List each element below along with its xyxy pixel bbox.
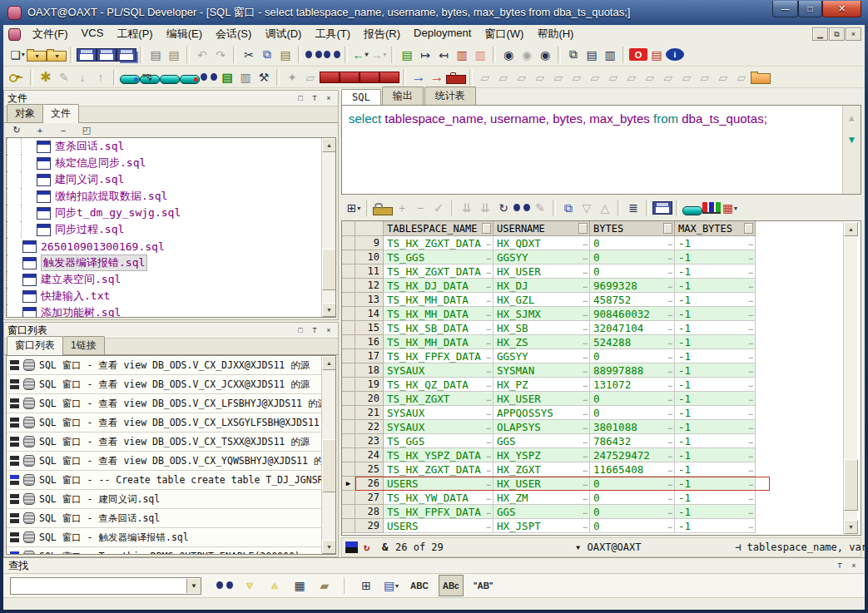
file-tree-scrollbar[interactable]: ▲ ▼ (321, 138, 335, 317)
table-cell[interactable]: 0… (590, 392, 675, 406)
table-cell[interactable]: -1… (675, 293, 756, 307)
table-cell[interactable]: 131072… (590, 378, 675, 392)
table-cell[interactable]: 11665408… (590, 462, 675, 477)
cell-ellipsis-button[interactable]: … (487, 352, 493, 360)
cell-ellipsis-button[interactable]: … (583, 394, 589, 403)
todo-list-icon[interactable]: ▤ (218, 68, 236, 87)
table-cell[interactable]: -1… (675, 250, 756, 264)
table-cell[interactable]: -1… (675, 491, 756, 505)
sql-window-tab-0[interactable]: SQL (341, 89, 381, 106)
session-monitor-icon[interactable] (200, 72, 218, 82)
table-row[interactable]: 23TS_GGS…GGS…786432…-1… (342, 434, 861, 448)
cell-ellipsis-button[interactable]: … (487, 493, 493, 502)
cell-ellipsis-button[interactable]: … (749, 281, 755, 289)
table-cell[interactable]: TS_HX_YSPZ_DATA… (384, 448, 494, 462)
cell-ellipsis-button[interactable]: … (749, 522, 755, 530)
window-list-tab-1[interactable]: 1链接 (62, 336, 105, 354)
single-record-view-icon[interactable]: ≣ (624, 199, 642, 217)
window-list-item[interactable]: SQL 窗口 - 触发器编译报错.sql (7, 528, 322, 547)
window-list-item[interactable]: SQL 窗口 - Try this DBMS_OUTPUT.ENABLE(200… (7, 547, 322, 555)
table-cell[interactable]: -1… (675, 264, 756, 279)
window-list-item[interactable]: SQL 窗口 - 查看 view DB_ODS.V_CX_LXSGYLFSBH@… (7, 413, 322, 433)
table-row[interactable]: 25TS_HX_ZGXT_DATA…HX_ZGXT…11665408…-1… (342, 462, 861, 477)
minimize-button[interactable]: — (772, 1, 798, 17)
whole-word-button[interactable]: "AB" (470, 576, 497, 596)
navigate-forward-icon[interactable]: → (428, 68, 446, 87)
table-cell[interactable]: SYSMAN… (494, 363, 590, 378)
export-icon-dropdown[interactable]: ▾ (383, 51, 386, 58)
panel-pin-icon[interactable]: Τ (834, 561, 846, 571)
cell-ellipsis-button[interactable]: … (749, 479, 755, 487)
cell-ellipsis-button[interactable]: … (487, 408, 493, 417)
table-cell[interactable]: TS_HX_ZGXT_DATA… (384, 236, 494, 250)
table-cell[interactable]: TS_HX_FPFX_DATA… (384, 505, 494, 519)
cell-ellipsis-button[interactable]: … (749, 507, 755, 516)
cell-ellipsis-button[interactable]: … (487, 437, 493, 445)
window-list-item[interactable]: SQL 窗口 - -- Create table create table T_… (7, 471, 322, 490)
chart-icon-dropdown[interactable]: ▾ (710, 204, 713, 211)
table-cell[interactable]: HX_ZS… (494, 335, 590, 349)
table-cell[interactable]: 0… (590, 406, 675, 420)
mdi-minimize-button[interactable]: ▁ (812, 27, 828, 41)
table-cell[interactable]: USERS… (384, 519, 494, 533)
cell-ellipsis-button[interactable]: … (749, 324, 755, 332)
panel-close-icon[interactable]: × (848, 561, 860, 571)
table-cell[interactable]: -1… (675, 279, 756, 293)
table-cell[interactable]: GGS… (494, 434, 590, 448)
table-row[interactable]: 16TS_HX_MH_DATA…HX_ZS…524288…-1… (342, 335, 861, 349)
table-row[interactable]: 18SYSAUX…SYSMAN…88997888…-1… (342, 363, 861, 378)
cell-ellipsis-button[interactable]: … (487, 295, 493, 304)
table-cell[interactable]: 0… (590, 250, 675, 264)
grid-scrollbar[interactable]: ▲ ▼ (843, 222, 857, 534)
window-list-item[interactable]: SQL 窗口 - 查看 view DB_ODS.V_CX_JCXX@XJDS11… (7, 375, 322, 394)
cell-ellipsis-button[interactable]: … (583, 267, 589, 275)
menu-item-3[interactable]: 编辑(E) (160, 25, 209, 43)
tree-item[interactable]: 同步过程.sql (7, 221, 335, 238)
print-setup-icon[interactable]: ▤ (165, 46, 183, 64)
column-sort-button[interactable] (578, 223, 588, 234)
query-in-new-window-icon[interactable] (682, 206, 702, 215)
menu-item-0[interactable]: 文件(F) (26, 25, 75, 43)
cell-ellipsis-button[interactable]: … (749, 338, 755, 346)
macro-library-icon[interactable]: ◉ (536, 46, 554, 64)
export-grid-icon[interactable]: ▦▾ (721, 199, 739, 217)
cell-ellipsis-button[interactable]: … (487, 522, 493, 530)
cell-ellipsis-button[interactable]: … (668, 394, 674, 403)
panel-close-icon[interactable]: × (323, 325, 335, 336)
search-scope-icon-dropdown[interactable]: ▾ (395, 582, 399, 590)
indent-icon[interactable]: ↦ (416, 46, 434, 64)
table-cell[interactable]: TS_HX_MH_DATA… (384, 307, 494, 321)
panel-pin-icon[interactable]: Τ (309, 93, 320, 104)
table-cell[interactable]: APPQOSSYS… (494, 406, 590, 420)
table-cell[interactable]: -1… (675, 321, 756, 335)
tree-item[interactable]: 建同义词.sql (7, 171, 335, 188)
table-row[interactable]: 19TS_HX_QZ_DATA…HX_PZ…131072…-1… (342, 378, 861, 392)
window-list-scrollbar[interactable]: ▲ ▼ (321, 356, 335, 554)
cell-ellipsis-button[interactable]: … (487, 267, 493, 275)
cell-ellipsis-button[interactable]: … (668, 465, 674, 473)
table-cell[interactable]: TS_HX_SB_DATA… (384, 321, 494, 335)
sql-window-tab-2[interactable]: 统计表 (424, 87, 476, 105)
refresh-query-icon[interactable]: ↻ (494, 199, 513, 217)
table-cell[interactable]: TS_HX_ZGXT… (384, 392, 494, 406)
cell-ellipsis-button[interactable]: … (668, 366, 674, 374)
cell-ellipsis-button[interactable]: … (487, 309, 493, 318)
cell-ellipsis-button[interactable]: … (668, 493, 674, 502)
cell-ellipsis-button[interactable]: … (668, 408, 674, 417)
doc-insert-icon[interactable]: ▥ (453, 46, 471, 64)
table-cell[interactable]: HX_SJMX… (494, 307, 590, 321)
window-list-item[interactable]: SQL 窗口 - 查看 view DB_ODS.V_CX_LFSBHYJ@XJD… (7, 394, 322, 413)
cell-ellipsis-button[interactable]: … (487, 394, 493, 403)
menu-item-7[interactable]: 报告(R) (357, 25, 407, 43)
cell-ellipsis-button[interactable]: … (583, 408, 589, 417)
column-sort-button[interactable] (663, 223, 672, 234)
table-row[interactable]: ▶26USERS…HX_USER…0…-1… (342, 477, 861, 491)
preferences-icon[interactable]: ⚒ (255, 68, 273, 87)
table-row[interactable]: 13TS_HX_MH_DATA…HX_GZL…458752…-1… (342, 293, 861, 307)
table-cell[interactable]: TS_HX_YW_DATA… (384, 491, 494, 505)
scroll-down-icon[interactable]: ▼ (844, 520, 858, 534)
macro-record-icon[interactable]: ◉ (499, 46, 518, 64)
test-set-icon[interactable] (340, 72, 360, 83)
table-cell[interactable]: 247529472… (590, 448, 675, 462)
cell-ellipsis-button[interactable]: … (583, 295, 589, 304)
